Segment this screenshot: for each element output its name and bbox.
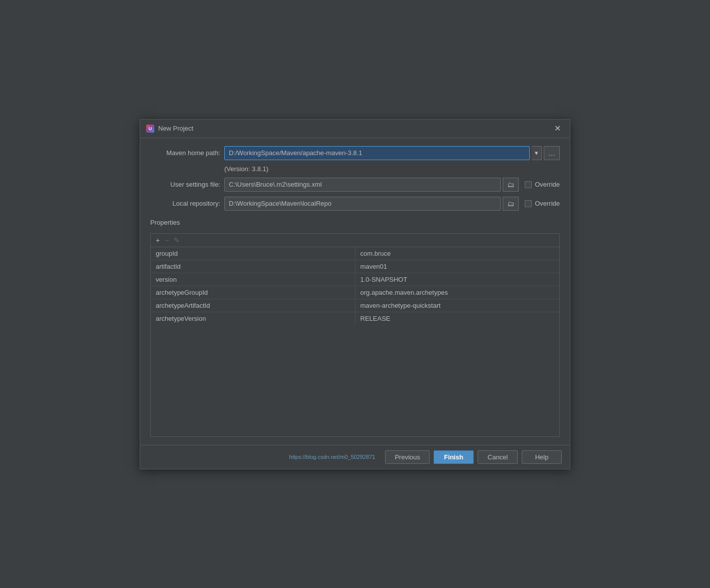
local-repo-row: Local repository: 🗂 Override (150, 197, 560, 211)
properties-container: + − ✎ groupId com.bruce artifactId maven… (150, 233, 560, 437)
add-property-button[interactable]: + (154, 236, 162, 245)
title-bar: U New Project ✕ (140, 120, 570, 138)
table-row[interactable]: groupId com.bruce (151, 247, 559, 260)
dialog-content: Maven home path: … (Version: 3.8.1) User… (140, 138, 570, 445)
property-key: archetypeVersion (151, 312, 355, 325)
local-repo-label: Local repository: (150, 200, 220, 207)
user-settings-input-group: 🗂 (224, 178, 519, 192)
table-row[interactable]: archetypeVersion RELEASE (151, 312, 559, 325)
new-project-dialog: U New Project ✕ Maven home path: … (Vers… (140, 119, 570, 469)
maven-home-label: Maven home path: (150, 149, 220, 157)
property-key: groupId (151, 247, 355, 260)
table-row[interactable]: version 1.0-SNAPSHOT (151, 273, 559, 286)
table-row[interactable]: archetypeGroupId org.apache.maven.archet… (151, 286, 559, 299)
property-value: maven-archetype-quickstart (355, 299, 559, 312)
maven-home-browse-btn[interactable]: … (544, 146, 560, 160)
local-repo-override-group: Override (525, 200, 560, 207)
property-key: archetypeGroupId (151, 286, 355, 299)
properties-table: groupId com.bruce artifactId maven01 ver… (151, 247, 559, 436)
cancel-button[interactable]: Cancel (478, 450, 518, 464)
user-settings-override-checkbox[interactable] (525, 181, 532, 188)
folder-icon: 🗂 (507, 181, 514, 189)
maven-home-dropdown-btn[interactable] (532, 146, 542, 160)
table-row[interactable]: archetypeArtifactId maven-archetype-quic… (151, 299, 559, 312)
ellipsis-icon: … (548, 149, 555, 157)
previous-button[interactable]: Previous (385, 450, 430, 464)
local-repo-input-group: 🗂 (224, 197, 519, 211)
chevron-down-icon (535, 149, 538, 157)
local-repo-override-checkbox[interactable] (525, 200, 532, 207)
local-repo-input[interactable] (224, 197, 501, 211)
title-bar-left: U New Project (146, 125, 193, 133)
table-row[interactable]: artifactId maven01 (151, 260, 559, 273)
user-settings-override-group: Override (525, 181, 560, 188)
property-key: version (151, 273, 355, 286)
user-settings-input[interactable] (224, 178, 501, 192)
properties-section-label: Properties (150, 219, 560, 226)
app-logo-icon: U (146, 125, 154, 133)
edit-property-button[interactable]: ✎ (172, 236, 182, 245)
close-button[interactable]: ✕ (551, 124, 564, 134)
maven-home-input[interactable] (224, 146, 530, 160)
maven-home-input-group: … (224, 146, 560, 160)
footer-url[interactable]: https://blog.csdn.net/m0_50292871 (148, 454, 375, 460)
user-settings-browse-btn[interactable]: 🗂 (503, 178, 519, 192)
local-repo-override-label[interactable]: Override (535, 200, 560, 207)
user-settings-label: User settings file: (150, 181, 220, 188)
finish-button[interactable]: Finish (434, 450, 474, 464)
properties-data-table: groupId com.bruce artifactId maven01 ver… (151, 247, 559, 325)
property-value: com.bruce (355, 247, 559, 260)
property-key: archetypeArtifactId (151, 299, 355, 312)
property-value: org.apache.maven.archetypes (355, 286, 559, 299)
remove-property-button[interactable]: − (163, 236, 171, 245)
version-hint: (Version: 3.8.1) (224, 165, 560, 173)
maven-home-row: Maven home path: … (150, 146, 560, 160)
property-value: maven01 (355, 260, 559, 273)
user-settings-row: User settings file: 🗂 Override (150, 178, 560, 192)
local-repo-browse-btn[interactable]: 🗂 (503, 197, 519, 211)
properties-toolbar: + − ✎ (151, 234, 559, 247)
help-button[interactable]: Help (522, 450, 562, 464)
property-key: artifactId (151, 260, 355, 273)
property-value: RELEASE (355, 312, 559, 325)
dialog-footer: https://blog.csdn.net/m0_50292871 Previo… (140, 445, 570, 469)
dialog-title: New Project (158, 125, 193, 132)
user-settings-override-label[interactable]: Override (535, 181, 560, 188)
folder-icon: 🗂 (507, 200, 514, 208)
property-value: 1.0-SNAPSHOT (355, 273, 559, 286)
